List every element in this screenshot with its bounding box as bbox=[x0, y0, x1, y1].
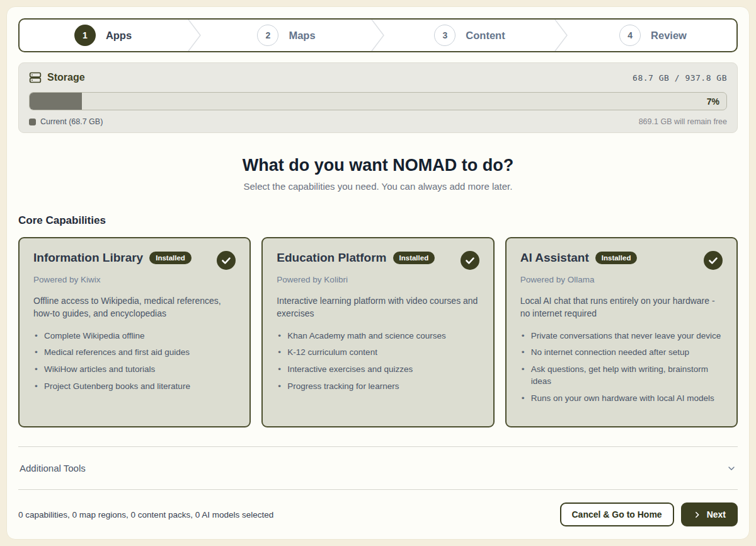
step-apps[interactable]: 1 Apps bbox=[20, 20, 186, 51]
page-subtitle: Select the capabilities you need. You ca… bbox=[18, 181, 738, 192]
storage-header: Storage 68.7 GB / 937.8 GB bbox=[29, 71, 727, 84]
step-review-label: Review bbox=[651, 30, 687, 42]
card-feature-list: Complete Wikipedia offline Medical refer… bbox=[33, 330, 236, 393]
selected-check-icon bbox=[217, 251, 236, 272]
card-title: Education Platform bbox=[277, 251, 386, 265]
cancel-button[interactable]: Cancel & Go to Home bbox=[560, 502, 674, 526]
step-separator-chevron-icon bbox=[186, 18, 203, 52]
card-feature: Project Gutenberg books and literature bbox=[33, 381, 236, 393]
chevron-right-icon bbox=[693, 511, 701, 519]
card-feature: Medical references and first aid guides bbox=[33, 347, 236, 359]
storage-panel: Storage 68.7 GB / 937.8 GB 7% Current (6… bbox=[18, 62, 738, 133]
installed-badge: Installed bbox=[149, 252, 192, 264]
card-feature: Interactive exercises and quizzes bbox=[277, 364, 479, 376]
page-title: What do you want NOMAD to do? bbox=[18, 156, 738, 175]
card-feature: Private conversations that never leave y… bbox=[520, 330, 723, 342]
main-panel: 1 Apps 2 Maps 3 Content 4 Review Storage… bbox=[6, 6, 750, 540]
capability-card[interactable]: Education Platform Installed Powered by … bbox=[261, 237, 494, 427]
step-content-number: 3 bbox=[434, 25, 455, 46]
step-apps-number: 1 bbox=[74, 25, 96, 46]
card-feature: Khan Academy math and science courses bbox=[277, 330, 479, 342]
card-feature: Ask questions, get help with writing, br… bbox=[520, 364, 723, 388]
step-apps-label: Apps bbox=[106, 30, 132, 42]
storage-progress-bar: 7% bbox=[29, 92, 727, 110]
storage-legend: Current (68.7 GB) 869.1 GB will remain f… bbox=[29, 117, 727, 126]
card-feature: Progress tracking for learners bbox=[277, 381, 479, 393]
core-capabilities-heading: Core Capabilities bbox=[18, 214, 738, 227]
step-maps-number: 2 bbox=[257, 25, 278, 46]
step-review[interactable]: 4 Review bbox=[570, 20, 736, 51]
wizard-stepper: 1 Apps 2 Maps 3 Content 4 Review bbox=[18, 18, 738, 52]
card-description: Interactive learning platform with video… bbox=[277, 294, 479, 320]
step-content-label: Content bbox=[466, 30, 505, 42]
step-maps[interactable]: 2 Maps bbox=[203, 20, 370, 51]
capability-cards: Information Library Installed Powered by… bbox=[18, 237, 738, 427]
storage-remaining-note: 869.1 GB will remain free bbox=[639, 117, 727, 126]
legend-current-label: Current (68.7 GB) bbox=[40, 117, 103, 126]
storage-percent-label: 7% bbox=[707, 96, 719, 107]
card-feature: Complete Wikipedia offline bbox=[33, 330, 236, 342]
installed-badge: Installed bbox=[595, 252, 638, 264]
card-powered-by: Powered by Kolibri bbox=[277, 275, 479, 284]
card-powered-by: Powered by Kiwix bbox=[33, 275, 236, 284]
card-header: Education Platform Installed bbox=[277, 251, 479, 272]
card-feature-list: Private conversations that never leave y… bbox=[520, 330, 723, 405]
capability-card[interactable]: Information Library Installed Powered by… bbox=[18, 237, 251, 427]
step-review-number: 4 bbox=[619, 25, 641, 46]
card-description: Offline access to Wikipedia, medical ref… bbox=[33, 294, 236, 320]
next-button[interactable]: Next bbox=[681, 502, 738, 526]
capability-card[interactable]: AI Assistant Installed Powered by Ollama… bbox=[505, 237, 738, 427]
additional-tools-toggle[interactable]: Additional Tools bbox=[18, 447, 738, 489]
card-feature: Runs on your own hardware with local AI … bbox=[520, 393, 723, 405]
card-feature: WikiHow articles and tutorials bbox=[33, 364, 236, 376]
card-description: Local AI chat that runs entirely on your… bbox=[520, 294, 723, 320]
selected-check-icon bbox=[461, 251, 479, 272]
card-header: AI Assistant Installed bbox=[520, 251, 723, 272]
card-feature: No internet connection needed after setu… bbox=[520, 347, 723, 359]
step-separator-chevron-icon bbox=[553, 18, 570, 52]
card-feature: K-12 curriculum content bbox=[277, 347, 479, 359]
selection-summary: 0 capabilities, 0 map regions, 0 content… bbox=[18, 510, 273, 520]
card-powered-by: Powered by Ollama bbox=[520, 275, 723, 284]
installed-badge: Installed bbox=[393, 252, 435, 264]
step-maps-label: Maps bbox=[289, 30, 315, 42]
next-button-label: Next bbox=[707, 509, 726, 520]
selected-check-icon bbox=[704, 251, 723, 272]
step-separator-chevron-icon bbox=[370, 18, 386, 52]
storage-progress-fill bbox=[30, 93, 82, 110]
storage-usage-text: 68.7 GB / 937.8 GB bbox=[633, 73, 727, 83]
card-header: Information Library Installed bbox=[33, 251, 236, 272]
hard-drive-icon bbox=[29, 71, 42, 84]
card-title: AI Assistant bbox=[520, 251, 589, 265]
card-title: Information Library bbox=[33, 251, 143, 265]
additional-tools-label: Additional Tools bbox=[20, 463, 86, 473]
chevron-down-icon bbox=[726, 463, 736, 473]
step-content[interactable]: 3 Content bbox=[386, 20, 553, 51]
card-feature-list: Khan Academy math and science courses K-… bbox=[277, 330, 479, 393]
wizard-footer: 0 capabilities, 0 map regions, 0 content… bbox=[18, 490, 738, 526]
storage-title: Storage bbox=[47, 72, 85, 83]
legend-current-swatch bbox=[29, 119, 36, 125]
